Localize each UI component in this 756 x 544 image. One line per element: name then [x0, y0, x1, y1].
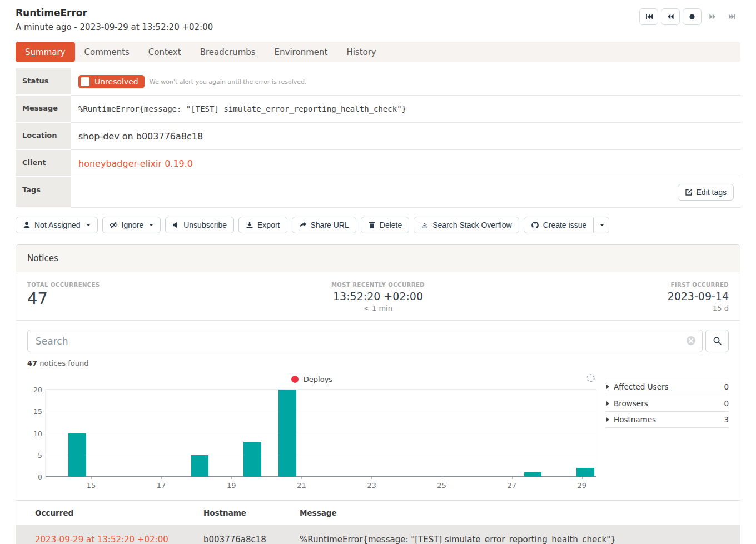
tab-history[interactable]: History — [337, 43, 385, 62]
notices-found-count: 47 notices found — [16, 352, 740, 367]
disclosure-triangle-icon — [606, 417, 609, 422]
resolve-toggle[interactable]: Unresolved — [78, 75, 145, 88]
export-button[interactable]: Export — [238, 217, 287, 233]
deploys-legend-dot — [291, 376, 299, 383]
stat-most-recently-occurred: MOST RECENTLY OCCURRED 13:52:20 +02:00 <… — [261, 282, 495, 312]
tab-summary[interactable]: Summary — [16, 42, 75, 62]
header: RuntimeError A minute ago - 2023-09-29 a… — [16, 7, 740, 32]
gridline — [46, 433, 596, 433]
person-icon — [23, 221, 31, 229]
chart-bar — [68, 433, 86, 477]
rewind-icon — [667, 13, 674, 21]
x-tick-label: 19 — [227, 481, 236, 490]
notice-occurred-link[interactable]: 2023-09-29 at 13:52:20 +02:00 — [35, 535, 168, 544]
notice-hostname: b003776a8c18 — [196, 535, 292, 544]
search-button[interactable] — [705, 330, 729, 352]
stat-first-occurred: FIRST OCCURRED 2023-09-14 15 d — [495, 282, 729, 312]
notices-search-row — [16, 321, 740, 352]
current-notice-button[interactable] — [683, 8, 702, 25]
location-row: Location shop-dev on b003776a8c18 — [16, 123, 740, 150]
search-icon — [713, 336, 722, 346]
gridline — [46, 411, 596, 411]
x-tick-label: 29 — [577, 481, 586, 490]
gridline — [46, 455, 596, 455]
tab-comments[interactable]: Comments — [75, 43, 139, 62]
tab-context[interactable]: Context — [139, 43, 191, 62]
x-tick-mark — [512, 477, 513, 479]
record-icon — [688, 13, 696, 21]
notice-pagination — [639, 8, 740, 25]
x-tick-label: 17 — [157, 481, 166, 490]
message-label: Message — [16, 96, 71, 122]
search-stack-overflow-button[interactable]: Search Stack Overflow — [414, 217, 519, 233]
notices-table: Occurred Hostname Message 2023-09-29 at … — [16, 500, 740, 544]
deploys-legend-label: Deploys — [304, 375, 332, 383]
gridline — [46, 476, 596, 477]
caret-down-icon — [149, 224, 153, 226]
notice-message: %RuntimeError{message: "[TEST] simulate_… — [292, 535, 740, 544]
tab-environment[interactable]: Environment — [265, 43, 337, 62]
create-issue-button[interactable]: Create issue — [524, 217, 594, 233]
clear-search-icon[interactable] — [686, 336, 696, 348]
x-tick-label: 15 — [87, 481, 96, 490]
error-details: Status Unresolved We won't alert you aga… — [16, 68, 740, 208]
x-tick-label: 23 — [367, 481, 376, 490]
chart-bar — [576, 468, 594, 477]
x-tick-mark — [161, 477, 162, 479]
create-issue-split-button: Create issue — [524, 217, 610, 233]
disclosure-triangle-icon — [606, 401, 609, 406]
client-label: Client — [16, 150, 71, 176]
x-tick-mark — [91, 477, 92, 479]
chart-legend: Deploys — [27, 373, 596, 385]
notice-row[interactable]: 2023-09-29 at 13:52:20 +02:00 b003776a8c… — [16, 525, 740, 544]
delete-button[interactable]: Delete — [361, 217, 409, 233]
aggregate-hostnames[interactable]: Hostnames 3 — [605, 411, 729, 428]
tags-label: Tags — [16, 177, 71, 207]
skip-to-first-button[interactable] — [639, 8, 658, 25]
location-value: shop-dev on b003776a8c18 — [78, 131, 203, 142]
resolve-toggle-knob[interactable] — [81, 77, 89, 86]
chart-bar — [524, 472, 542, 477]
aggregates-panel: Affected Users 0 Browsers 0 Hostnames 3 — [605, 378, 729, 493]
notices-chart: Deploys 051015201517192123252729 — [27, 373, 596, 493]
fast-forward-icon — [709, 13, 717, 21]
x-tick-label: 27 — [507, 481, 516, 490]
share-url-button[interactable]: Share URL — [292, 217, 356, 233]
previous-notice-button[interactable] — [661, 8, 680, 25]
x-tick-label: 21 — [297, 481, 306, 490]
message-value: %RuntimeError{message: "[TEST] simulate_… — [78, 104, 406, 113]
chart-bar — [243, 442, 261, 477]
y-tick-label: 20 — [28, 386, 42, 394]
y-tick-label: 0 — [28, 473, 42, 481]
aggregate-affected-users[interactable]: Affected Users 0 — [605, 378, 729, 395]
notices-panel: Notices TOTAL OCCURRENCES 47 MOST RECENT… — [16, 244, 740, 544]
edit-tags-button[interactable]: Edit tags — [678, 184, 734, 201]
create-issue-dropdown-button[interactable] — [593, 217, 609, 233]
tab-breadcrumbs[interactable]: Breadcrumbs — [191, 43, 265, 62]
occurred-subtitle: A minute ago - 2023-09-29 at 13:52:20 +0… — [16, 22, 213, 32]
next-notice-button — [704, 8, 721, 25]
aggregate-browsers[interactable]: Browsers 0 — [605, 395, 729, 411]
x-tick-mark — [301, 477, 302, 479]
client-link[interactable]: honeybadger-elixir 0.19.0 — [78, 158, 193, 169]
y-tick-label: 10 — [28, 429, 42, 437]
unsubscribe-button[interactable]: Unsubscribe — [165, 217, 234, 233]
gridline — [46, 389, 596, 390]
assign-button[interactable]: Not Assigned — [16, 217, 98, 233]
column-header-message: Message — [292, 508, 740, 517]
client-row: Client honeybadger-elixir 0.19.0 — [16, 150, 740, 177]
column-header-hostname: Hostname — [196, 508, 292, 517]
stack-overflow-icon — [421, 221, 429, 229]
x-tick-mark — [582, 477, 583, 479]
status-badge: Unresolved — [94, 77, 138, 86]
y-tick-label: 15 — [28, 407, 42, 416]
page-title: RuntimeError — [16, 7, 213, 18]
ignore-button[interactable]: Ignore — [102, 217, 161, 233]
location-label: Location — [16, 123, 71, 149]
search-input[interactable] — [27, 330, 703, 352]
column-header-occurred: Occurred — [16, 508, 196, 517]
notices-table-header: Occurred Hostname Message — [16, 501, 740, 525]
stat-total-occurrences: TOTAL OCCURRENCES 47 — [27, 282, 261, 312]
x-tick-mark — [442, 477, 442, 479]
mute-speaker-icon — [172, 221, 180, 229]
